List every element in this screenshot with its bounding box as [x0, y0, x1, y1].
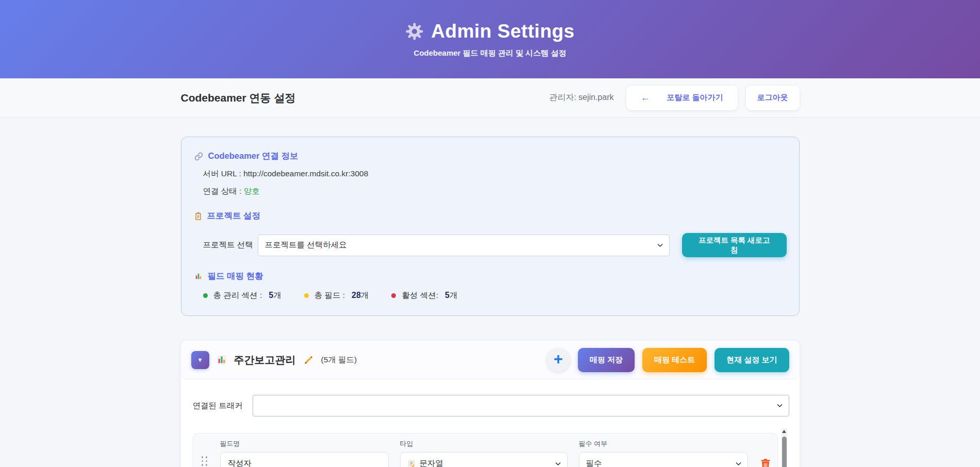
- connection-status-value: 양호: [244, 187, 260, 195]
- pencil-icon: [304, 355, 313, 365]
- chevron-down-icon: [776, 403, 783, 409]
- field-count-label: (5개 필드): [321, 355, 357, 365]
- tracker-select[interactable]: [253, 395, 789, 416]
- tracker-select-label: 연결된 트래커: [193, 401, 253, 411]
- save-mapping-button[interactable]: 매핑 저장: [578, 348, 635, 372]
- field-name-input[interactable]: [220, 452, 389, 467]
- server-url-value: http://codebeamer.mdsit.co.kr:3008: [243, 169, 368, 178]
- view-current-settings-button[interactable]: 현재 설정 보기: [715, 348, 789, 372]
- logout-button[interactable]: 로그아웃: [746, 86, 800, 110]
- field-required-label: 필수 여부: [579, 439, 748, 448]
- field-type-select[interactable]: 문자열: [400, 452, 568, 467]
- refresh-project-list-button[interactable]: 프로젝트 목록 새로고침: [682, 233, 787, 257]
- toolbar: Codebeamer 연동 설정 관리자: sejin.park ← 포탈로 돌…: [0, 78, 980, 118]
- chevron-down-icon: [657, 242, 663, 248]
- connection-status-line: 연결 상태 : 양호: [203, 186, 787, 197]
- bar-chart-icon: [194, 272, 203, 281]
- admin-user-label: 관리자: sejin.park: [549, 92, 613, 103]
- collapse-section-button[interactable]: ▼: [191, 351, 209, 369]
- mapping-stats-row: 총 관리 섹션 : 5개 총 필드 : 28개 활성 섹션: 5개: [203, 290, 787, 301]
- gear-icon: [405, 22, 424, 41]
- drag-handle[interactable]: [202, 456, 208, 466]
- connection-settings-title: Codebeamer 연동 설정: [181, 91, 296, 105]
- red-dot-icon: [391, 293, 396, 298]
- field-type-label: 타입: [400, 439, 568, 448]
- page-title: Admin Settings: [431, 21, 574, 42]
- field-mapping-status-heading: 필드 매핑 현황: [194, 271, 787, 282]
- field-row: 필드명 타입: [193, 433, 778, 467]
- left-arrow-icon: ←: [641, 92, 650, 103]
- field-list-scrollbar[interactable]: [782, 428, 787, 467]
- edit-section-button[interactable]: [303, 355, 314, 365]
- portal-back-label: 포탈로 돌아가기: [667, 93, 723, 103]
- memo-icon: [407, 460, 416, 467]
- delete-field-button[interactable]: [759, 458, 772, 467]
- project-select-value: 프로젝트를 선택하세요: [265, 240, 347, 251]
- connection-info-title: Codebeamer 연결 정보: [208, 151, 298, 162]
- link-icon: [194, 152, 204, 161]
- portal-back-button[interactable]: ← 포탈로 돌아가기: [626, 86, 738, 110]
- project-settings-title: 프로젝트 설정: [207, 210, 261, 222]
- page-subtitle: Codebeamer 필드 매핑 관리 및 시스템 설정: [414, 48, 567, 58]
- connection-status-label: 연결 상태 :: [203, 187, 242, 195]
- field-mapping-status-title: 필드 매핑 현황: [208, 271, 263, 282]
- server-url-label: 서버 URL :: [203, 169, 241, 178]
- connection-info-panel: Codebeamer 연결 정보 서버 URL : http://codebea…: [181, 137, 800, 316]
- trash-icon: [759, 458, 772, 467]
- scrollbar-thumb[interactable]: [782, 437, 787, 467]
- field-type-value: 문자열: [420, 458, 444, 467]
- admin-settings-page: Admin Settings Codebeamer 필드 매핑 관리 및 시스템…: [0, 0, 980, 467]
- project-select[interactable]: 프로젝트를 선택하세요: [258, 235, 670, 256]
- field-required-value: 필수: [586, 458, 602, 467]
- clipboard-icon: [194, 212, 203, 221]
- section-header: ▼ 주간보고관리: [181, 341, 800, 379]
- section-title: 주간보고관리: [234, 353, 296, 367]
- main-content: Codebeamer 연결 정보 서버 URL : http://codebea…: [181, 137, 800, 467]
- field-name-label: 필드명: [220, 439, 389, 448]
- field-list: 필드명 타입: [193, 433, 789, 467]
- project-settings-heading: 프로젝트 설정: [194, 210, 787, 222]
- project-select-label: 프로젝트 선택: [203, 240, 258, 251]
- section-chart-icon: [216, 354, 227, 365]
- green-dot-icon: [203, 293, 208, 298]
- test-mapping-button[interactable]: 매핑 테스트: [642, 348, 707, 372]
- stat-total-fields: 총 필드 : 28개: [304, 290, 369, 301]
- stat-total-sections: 총 관리 섹션 : 5개: [203, 290, 281, 301]
- chevron-down-icon: [735, 460, 742, 467]
- add-field-button[interactable]: +: [546, 348, 570, 372]
- app-header: Admin Settings Codebeamer 필드 매핑 관리 및 시스템…: [0, 0, 980, 78]
- chevron-down-icon: [555, 460, 561, 467]
- server-url-line: 서버 URL : http://codebeamer.mdsit.co.kr:3…: [203, 169, 787, 179]
- section-body: 연결된 트래커 필드명: [181, 379, 800, 467]
- mapping-section-card: ▼ 주간보고관리: [181, 341, 800, 467]
- stat-active-sections: 활성 섹션: 5개: [391, 290, 457, 301]
- field-required-select[interactable]: 필수: [579, 452, 748, 467]
- yellow-dot-icon: [304, 293, 309, 298]
- connection-info-heading: Codebeamer 연결 정보: [194, 151, 787, 162]
- scroll-up-arrow-icon[interactable]: [782, 430, 786, 433]
